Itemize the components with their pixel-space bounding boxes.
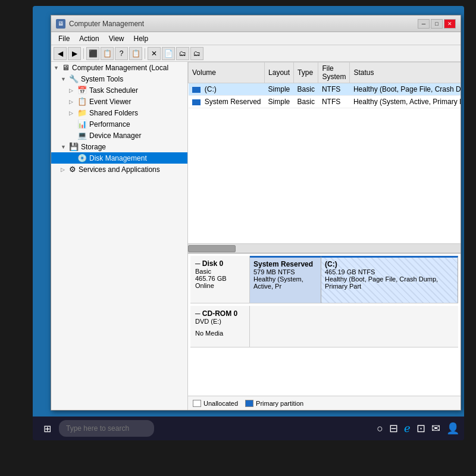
cdrom-0-partitions [250,306,458,347]
taskbar-right: ○ ⊟ ℯ ⊡ ✉ 👤 [377,422,459,435]
main-content: ▼ 🖥 Computer Management (Local ▼ 🔧 Syste… [51,62,461,410]
export-button[interactable]: 🗂 [176,47,189,60]
maximize-button[interactable]: □ [431,19,443,29]
taskbar-search-icon[interactable]: ○ [377,422,383,435]
table-row[interactable]: System Reserved Simple Basic NTFS Health… [189,96,461,108]
volume-table: Volume Layout Type File System Status [188,62,461,108]
h-scrollbar[interactable] [188,243,461,253]
up-button[interactable]: ⬛ [86,47,99,60]
cell-filesystem: NTFS [318,83,350,96]
toolbar-separator-2 [145,48,145,59]
device-manager-icon: 💻 [77,131,87,140]
cell-status: Healthy (System, Active, Primary Partiti… [350,96,461,108]
disk-0-row: ─ Disk 0 Basic 465.76 GB Online System R… [190,256,458,303]
forward-button[interactable]: ▶ [68,47,81,60]
taskbar-search[interactable] [59,420,154,437]
taskbar-taskview-icon[interactable]: ⊟ [389,422,398,435]
menu-action[interactable]: Action [74,33,104,44]
partition-c-drive[interactable]: (C:) 465.19 GB NTFS Healthy (Boot, Page … [321,256,458,303]
table-row[interactable]: (C:) Simple Basic NTFS Healthy (Boot, Pa… [189,83,461,96]
col-status[interactable]: Status [350,62,461,83]
storage-label: Storage [81,143,106,151]
root-icon: 🖥 [62,63,70,72]
tree-event-viewer[interactable]: ▷ 📋 Event Viewer [51,96,187,107]
back-button[interactable]: ◀ [54,47,67,60]
task-scheduler-label: Task Scheduler [89,86,138,95]
menu-file[interactable]: File [54,33,74,44]
event-viewer-icon: 📋 [77,97,87,106]
partition-c-name: (C:) [325,260,454,268]
task-scheduler-expander: ▷ [69,87,77,93]
col-type[interactable]: Type [294,62,318,83]
col-filesystem[interactable]: File System [318,62,350,83]
vol-indicator [192,87,201,93]
vol-name: System Reserved [205,98,261,106]
delete-button[interactable]: ✕ [148,47,161,60]
col-layout[interactable]: Layout [265,62,294,83]
minimize-button[interactable]: ─ [418,19,430,29]
properties-button[interactable]: 📄 [162,47,175,60]
taskbar-network-icon: ⊡ [416,422,425,435]
legend: Unallocated Primary partition [188,396,461,410]
cdrom-0-type: DVD (E:) [195,318,245,325]
device-manager-expander [69,133,77,139]
partition-c-health: Healthy (Boot, Page File, Crash Dump, Pr… [325,275,454,290]
partition-system-reserved[interactable]: System Reserved 579 MB NTFS Healthy (Sys… [250,256,321,303]
legend-primary-label: Primary partition [256,400,303,407]
volume-table-area: Volume Layout Type File System Status [188,62,461,243]
toolbar: ◀ ▶ ⬛ 📋 ? 📋 ✕ 📄 🗂 🗂 [51,45,461,62]
event-viewer-label: Event Viewer [89,98,131,106]
cdrom-0-media: No Media [195,330,245,337]
disk-0-size: 465.76 GB [195,275,245,282]
tree-performance[interactable]: 📊 Performance [51,118,187,130]
menu-bar: File Action View Help [51,32,461,45]
cell-type: Basic [294,96,318,108]
tree-shared-folders[interactable]: ▷ 📁 Shared Folders [51,107,187,118]
menu-view[interactable]: View [104,33,129,44]
tree-task-scheduler[interactable]: ▷ 📅 Task Scheduler [51,84,187,96]
partition-sr-name: System Reserved [253,260,317,268]
root-expander: ▼ [54,65,62,71]
performance-icon: 📊 [77,120,87,129]
partition-sr-size: 579 MB NTFS [253,268,317,275]
partition-sr-health: Healthy (System, Active, Pr [253,275,317,290]
menu-help[interactable]: Help [129,33,154,44]
cdrom-0-info: ─ CD-ROM 0 DVD (E:) No Media [190,306,250,347]
performance-expander [69,121,77,127]
disk-management-expander [69,155,77,161]
disk-area: ─ Disk 0 Basic 465.76 GB Online System R… [188,253,461,396]
title-bar: 🖥 Computer Management ─ □ ✕ [51,15,461,32]
tree-root[interactable]: ▼ 🖥 Computer Management (Local [51,62,187,73]
tree-system-tools[interactable]: ▼ 🔧 System Tools [51,73,187,84]
cell-layout: Simple [265,96,294,108]
device-manager-label: Device Manager [89,131,141,140]
scrollbar-thumb[interactable] [188,245,236,252]
show-hide-button[interactable]: 📋 [101,47,114,60]
help-button[interactable]: ? [115,47,128,60]
tree-storage[interactable]: ▼ 💾 Storage [51,141,187,152]
taskbar-user-icon[interactable]: 👤 [446,422,459,435]
tree-panel: ▼ 🖥 Computer Management (Local ▼ 🔧 Syste… [51,62,188,410]
start-button[interactable]: ⊞ [37,419,57,438]
tree-disk-management[interactable]: 💿 Disk Management [51,152,187,164]
close-button[interactable]: ✕ [444,19,456,29]
legend-primary: Primary partition [245,400,303,407]
col-volume[interactable]: Volume [189,62,265,83]
disk-management-label: Disk Management [89,154,147,162]
copy-button[interactable]: 📋 [129,47,142,60]
scrollbar-track[interactable] [188,244,461,253]
app-icon: 🖥 [56,19,65,29]
vol-indicator [192,99,201,105]
legend-unallocated-box [193,400,201,407]
view-button[interactable]: 🗂 [190,47,203,60]
disk-0-status: Online [195,282,245,289]
storage-icon: 💾 [69,142,79,151]
cdrom-0-name: ─ CD-ROM 0 [195,309,245,318]
tree-services-applications[interactable]: ▷ ⚙ Services and Applications [51,164,187,175]
tree-device-manager[interactable]: 💻 Device Manager [51,130,187,141]
taskbar-edge-icon[interactable]: ℯ [404,422,411,435]
disk-0-type: Basic [195,268,245,275]
taskbar-mail-icon[interactable]: ✉ [431,422,440,435]
event-viewer-expander: ▷ [69,99,77,105]
title-bar-buttons: ─ □ ✕ [418,19,456,29]
